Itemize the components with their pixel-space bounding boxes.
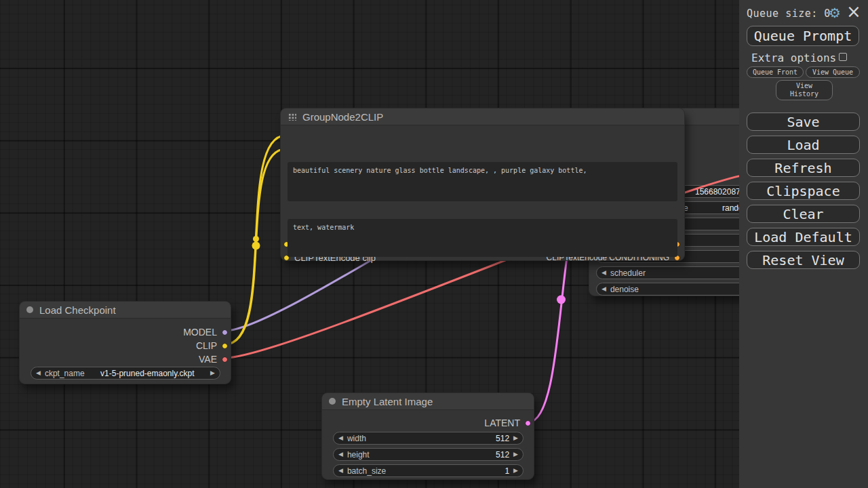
close-icon[interactable]: × (846, 1, 861, 22)
vae-port-label: VAE (199, 354, 217, 365)
latent-port-label: LATENT (484, 418, 520, 428)
load-checkpoint-title-text: Load Checkpoint (39, 304, 116, 316)
model-port-label: MODEL (183, 327, 217, 338)
clip-port-label: CLIP (196, 340, 217, 351)
comfy-menu: Queue size: 0 ⚙ × Queue Prompt Extra opt… (739, 0, 868, 488)
collapse-dot-icon[interactable] (329, 398, 336, 405)
clear-button[interactable]: Clear (747, 205, 860, 223)
reset-view-button[interactable]: Reset View (747, 251, 860, 269)
queue-size-label: Queue size: 0 (747, 7, 831, 20)
group-grid-icon (288, 113, 296, 121)
group-node-title-text: GroupNode2CLIP (302, 111, 383, 123)
output-clip[interactable]: CLIP (196, 340, 228, 351)
arrow-right-icon[interactable]: ▶ (513, 435, 518, 441)
width-label: width (347, 434, 366, 443)
batch-size-widget[interactable]: ◀ batch_size 1 ▶ (333, 464, 524, 477)
negative-prompt-textarea[interactable]: text, watermark (288, 219, 677, 257)
empty-latent-title[interactable]: Empty Latent Image (322, 393, 534, 410)
collapse-dot-icon[interactable] (26, 306, 33, 313)
queue-prompt-button[interactable]: Queue Prompt (747, 26, 859, 46)
ckpt-name-widget[interactable]: ◀ ckpt_name v1-5-pruned-emaonly.ckpt ▶ (31, 367, 220, 380)
arrow-left-icon[interactable]: ◀ (338, 451, 343, 458)
arrow-left-icon[interactable]: ◀ (338, 435, 343, 441)
load-button[interactable]: Load (747, 136, 860, 154)
empty-latent-title-text: Empty Latent Image (342, 396, 433, 407)
output-latent[interactable]: LATENT (484, 418, 531, 428)
batch-size-value: 1 (505, 466, 509, 476)
arrow-right-icon[interactable]: ▶ (513, 468, 518, 474)
height-widget[interactable]: ◀ height 512 ▶ (333, 448, 524, 461)
clip-port-dot[interactable] (222, 343, 228, 349)
clip-wire-dot-1[interactable] (253, 236, 259, 242)
arrow-left-icon[interactable]: ◀ (36, 370, 41, 376)
positive-prompt-textarea[interactable]: beautiful scenery nature glass bottle la… (288, 162, 677, 201)
output-model[interactable]: MODEL (183, 327, 228, 338)
width-value: 512 (496, 434, 509, 443)
load-default-button[interactable]: Load Default (747, 228, 860, 246)
load-checkpoint-node[interactable]: Load Checkpoint MODEL CLIP VAE ◀ ckpt_na… (19, 301, 231, 384)
arrow-right-icon[interactable]: ▶ (513, 451, 518, 458)
ckpt-name-label: ckpt_name (45, 369, 85, 378)
queue-front-button[interactable]: Queue Front (747, 66, 804, 78)
height-label: height (347, 450, 370, 460)
extra-options-label: Extra options (751, 52, 836, 64)
width-widget[interactable]: ◀ width 512 ▶ (333, 432, 524, 445)
height-value: 512 (496, 450, 509, 460)
batch-size-label: batch_size (347, 466, 386, 476)
save-button[interactable]: Save (747, 113, 860, 131)
ckpt-name-value: v1-5-pruned-emaonly.ckpt (100, 369, 195, 378)
extra-options-checkbox[interactable] (839, 53, 847, 61)
latent-wire-dot[interactable] (557, 296, 566, 304)
latent-port-dot[interactable] (525, 420, 531, 426)
arrow-left-icon[interactable]: ◀ (338, 468, 343, 474)
output-vae[interactable]: VAE (199, 354, 228, 365)
group-node-title[interactable]: GroupNode2CLIP (281, 108, 684, 125)
vae-port-dot[interactable] (222, 357, 228, 363)
graph-canvas[interactable]: 1566802087 control_after_generate random… (0, 0, 739, 488)
refresh-button[interactable]: Refresh (747, 159, 860, 177)
model-port-dot[interactable] (222, 329, 228, 336)
load-checkpoint-title[interactable]: Load Checkpoint (20, 302, 231, 319)
arrow-right-icon[interactable]: ▶ (210, 370, 215, 376)
clip-wire-dot-2[interactable] (252, 242, 260, 250)
view-queue-button[interactable]: View Queue (806, 66, 860, 78)
settings-gear-icon[interactable]: ⚙ (829, 5, 841, 21)
group-node[interactable]: GroupNode2CLIP clip CLIPTextEncode clip … (280, 108, 685, 261)
clipspace-button[interactable]: Clipspace (747, 182, 860, 200)
empty-latent-node[interactable]: Empty Latent Image LATENT ◀ width 512 ▶ … (321, 392, 534, 480)
view-history-button[interactable]: View History (776, 80, 833, 100)
